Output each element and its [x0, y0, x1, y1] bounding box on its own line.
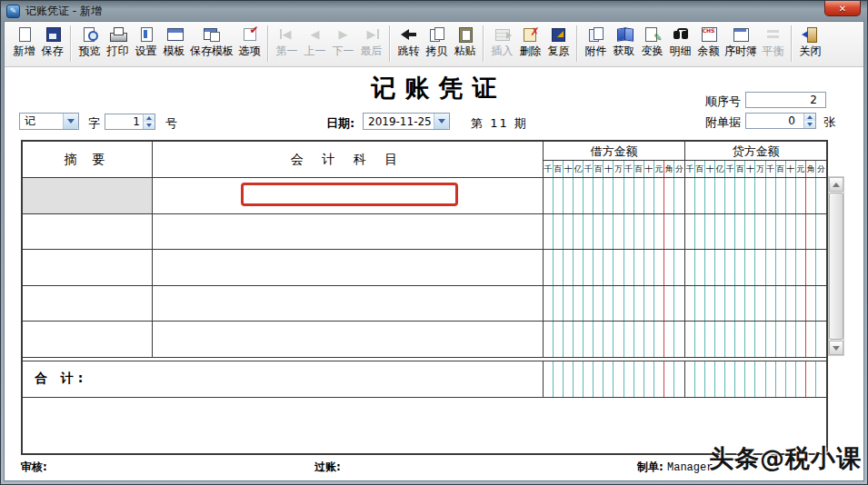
save-template-icon: [203, 26, 221, 42]
debit-amount-cell[interactable]: [544, 178, 685, 214]
toolbar-button-label: 设置: [135, 44, 157, 59]
account-cell[interactable]: [153, 178, 544, 214]
restore-icon: [550, 26, 568, 42]
debit-amount-cell[interactable]: [544, 286, 685, 322]
voucher-number-input[interactable]: 1: [105, 114, 155, 130]
toolbar-button-paste[interactable]: 粘贴: [451, 24, 479, 60]
scrollbar-thumb[interactable]: [829, 193, 843, 340]
summary-cell[interactable]: [23, 286, 153, 322]
client-area: 新增保存预览打印设置模板保存模板选项第一上一下一最后跳转拷贝粘贴插入删除复原附件…: [4, 21, 864, 481]
toolbar-button-label: 保存模板: [190, 44, 234, 59]
summary-cell[interactable]: [23, 178, 153, 214]
toolbar-button-label: 插入: [492, 44, 514, 59]
chevron-down-icon[interactable]: [63, 114, 78, 129]
summary-cell[interactable]: [23, 322, 153, 358]
date-combo[interactable]: 2019-11-25: [363, 113, 450, 130]
sequence-input[interactable]: 2: [745, 92, 826, 108]
toolbar-button-new[interactable]: 新增: [10, 24, 38, 60]
credit-amount-cell[interactable]: [685, 178, 826, 214]
toolbar-button-detail[interactable]: 明细: [666, 24, 694, 60]
debit-amount-cell[interactable]: [544, 214, 685, 251]
credit-amount-cell[interactable]: [685, 250, 826, 286]
toolbar-button-label: 粘贴: [454, 44, 476, 59]
toolbar-button-restore[interactable]: 复原: [544, 24, 573, 60]
attachment-icon: [587, 26, 605, 42]
credit-amount-cell[interactable]: [685, 214, 826, 251]
period-label: 第 11 期: [471, 115, 528, 132]
window-title: 记账凭证 - 新增: [25, 4, 102, 19]
voucher-word-combo[interactable]: 记: [19, 113, 79, 130]
toolbar-button-equalize: 平衡: [759, 24, 787, 60]
toolbar-button-journal[interactable]: 序时簿: [723, 24, 759, 60]
credit-amount-cell[interactable]: [685, 286, 826, 322]
preparer-name: Manager: [667, 461, 713, 474]
summary-column-header: 摘 要: [23, 142, 153, 178]
spinner-up-icon[interactable]: [144, 114, 155, 122]
toolbar-button-copy[interactable]: 拷贝: [423, 24, 451, 60]
toolbar-button-preview[interactable]: 预览: [75, 24, 104, 60]
scroll-down-icon[interactable]: [829, 341, 843, 355]
toolbar: 新增保存预览打印设置模板保存模板选项第一上一下一最后跳转拷贝粘贴插入删除复原附件…: [5, 22, 863, 67]
toolbar-button-convert[interactable]: 变换: [638, 24, 666, 60]
spinner-up-icon[interactable]: [804, 114, 815, 121]
toolbar-button-attachment[interactable]: 附件: [582, 24, 610, 60]
summary-cell[interactable]: [23, 214, 153, 251]
toolbar-button-label: 序时簿: [724, 44, 757, 59]
new-icon: [15, 26, 34, 42]
sequence-label: 顺序号: [688, 94, 741, 110]
toolbar-button-delete[interactable]: 删除: [516, 24, 544, 60]
options-icon: [241, 26, 259, 42]
toolbar-button-label: 打印: [107, 44, 129, 59]
debit-column-header: 借方金额 千百十亿千百十万千百十元角分: [544, 142, 685, 178]
scroll-up-icon[interactable]: [829, 177, 843, 192]
toolbar-separator: [267, 25, 269, 62]
account-cell[interactable]: [153, 250, 544, 286]
toolbar-button-first: 第一: [273, 24, 301, 60]
toolbar-button-options[interactable]: 选项: [235, 24, 264, 60]
next-icon: [334, 26, 353, 42]
credit-amount-cell[interactable]: [685, 322, 826, 358]
toolbar-button-template[interactable]: 模板: [160, 24, 188, 60]
copy-icon: [428, 26, 446, 42]
toolbar-button-fetch[interactable]: 获取: [610, 24, 638, 60]
toolbar-separator: [791, 25, 793, 62]
prepare-label-text: 制单:: [637, 460, 663, 473]
toolbar-button-label: 新增: [14, 44, 35, 59]
account-cell[interactable]: [153, 214, 544, 251]
toolbar-button-last: 最后: [357, 24, 385, 60]
save-icon: [44, 26, 62, 42]
toolbar-button-label: 平衡: [763, 44, 784, 59]
toolbar-button-jump[interactable]: 跳转: [394, 24, 423, 60]
toolbar-button-close[interactable]: 关闭: [796, 24, 824, 60]
toolbar-button-save-template[interactable]: 保存模板: [188, 24, 235, 60]
detail-icon: [672, 26, 690, 42]
spinner-down-icon[interactable]: [804, 121, 815, 128]
toolbar-button-setup[interactable]: 设置: [132, 24, 160, 60]
vertical-scrollbar[interactable]: [828, 176, 844, 356]
number-spinner[interactable]: [143, 114, 155, 129]
attach-spinner[interactable]: [803, 114, 815, 128]
number-suffix-label: 号: [165, 115, 177, 132]
spinner-down-icon[interactable]: [144, 122, 155, 129]
credit-column-header: 贷方金额 千百十亿千百十万千百十元角分: [685, 142, 826, 178]
voucher-area: 记账凭证 顺序号 2 附单据 0 张 记 字 1 号: [5, 68, 863, 480]
toolbar-button-label: 变换: [642, 44, 663, 59]
prepare-label: 制单: Manager: [637, 460, 713, 475]
total-credit-cell: [685, 361, 826, 398]
toolbar-button-print[interactable]: 打印: [104, 24, 132, 60]
toolbar-button-label: 获取: [614, 44, 635, 59]
close-button[interactable]: ✕: [824, 1, 861, 16]
toolbar-button-label: 关闭: [800, 44, 822, 59]
journal-icon: [732, 26, 750, 42]
toolbar-button-save[interactable]: 保存: [38, 24, 66, 60]
summary-cell[interactable]: [23, 250, 153, 286]
chevron-down-icon[interactable]: [434, 114, 449, 129]
debit-amount-cell[interactable]: [544, 322, 685, 358]
total-label-cell: 合 计:: [23, 361, 544, 398]
voucher-word-value: 记: [20, 114, 63, 129]
attach-input[interactable]: 0: [745, 113, 816, 129]
toolbar-button-balance[interactable]: 余额: [694, 24, 723, 60]
debit-amount-cell[interactable]: [544, 250, 685, 286]
account-cell[interactable]: [153, 286, 544, 322]
account-cell[interactable]: [153, 322, 544, 358]
